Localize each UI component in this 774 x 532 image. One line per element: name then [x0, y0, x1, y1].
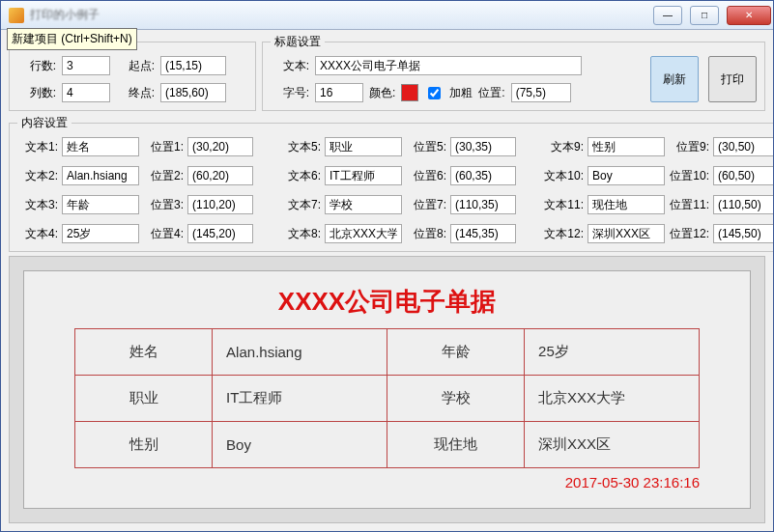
document-title: XXXX公司电子单据: [74, 285, 700, 319]
pos-input[interactable]: [450, 137, 516, 156]
pos-label: 位置11:: [669, 197, 709, 213]
document-table: 姓名Alan.hsiang年龄25岁职业IT工程师学校北京XXX大学性别Boy现…: [74, 328, 700, 468]
content-item: 文本4:位置4:: [17, 224, 253, 243]
color-swatch[interactable]: [401, 84, 418, 101]
text-label: 文本8:: [280, 226, 321, 242]
text-label: 文本2:: [17, 168, 58, 184]
table-value: 25岁: [525, 329, 700, 376]
content-item: 文本7:位置7:: [280, 195, 516, 214]
pos-label: 位置5:: [406, 139, 446, 155]
print-preview: XXXX公司电子单据 姓名Alan.hsiang年龄25岁职业IT工程师学校北京…: [9, 256, 765, 523]
end-input[interactable]: [160, 83, 226, 102]
table-key: 职业: [75, 376, 213, 422]
pos-input[interactable]: [187, 166, 253, 185]
title-pos-label: 位置:: [478, 85, 504, 101]
text-input[interactable]: [62, 166, 139, 185]
pos-label: 位置7:: [406, 197, 446, 213]
text-input[interactable]: [325, 137, 402, 156]
pos-input[interactable]: [450, 224, 516, 243]
title-text-input[interactable]: [315, 56, 582, 75]
text-label: 文本6:: [280, 168, 321, 184]
content-item: 文本9:位置9:: [543, 137, 773, 156]
title-settings-group: 标题设置 文本: 字号: 颜色: 加粗: [262, 34, 765, 111]
cols-input[interactable]: [62, 83, 110, 102]
table-key: 姓名: [75, 329, 213, 376]
text-label: 文本1:: [17, 139, 58, 155]
pos-input[interactable]: [187, 195, 253, 214]
text-input[interactable]: [588, 195, 665, 214]
pos-input[interactable]: [187, 137, 253, 156]
title-pos-input[interactable]: [511, 83, 571, 102]
end-label: 终点:: [116, 85, 155, 101]
pos-label: 位置4:: [143, 226, 184, 242]
table-key: 现住地: [387, 422, 524, 468]
text-label: 文本3:: [17, 197, 58, 213]
text-input[interactable]: [325, 195, 402, 214]
pos-input[interactable]: [187, 224, 253, 243]
text-label: 文本11:: [543, 197, 584, 213]
pos-input[interactable]: [450, 166, 516, 185]
content-item: 文本3:位置3:: [17, 195, 253, 214]
start-label: 起点:: [116, 58, 155, 74]
text-input[interactable]: [325, 166, 402, 185]
text-label: 文本10:: [543, 168, 584, 184]
pos-label: 位置9:: [669, 139, 709, 155]
content-item: 文本2:位置2:: [17, 166, 253, 185]
pos-input[interactable]: [713, 166, 773, 185]
pos-label: 位置8:: [406, 226, 446, 242]
text-input[interactable]: [62, 224, 139, 243]
pos-label: 位置10:: [669, 168, 709, 184]
table-key: 学校: [387, 376, 524, 422]
table-key: 年龄: [387, 329, 524, 376]
start-input[interactable]: [160, 56, 226, 75]
text-input[interactable]: [62, 195, 139, 214]
text-label: 文本5:: [280, 139, 321, 155]
pos-label: 位置2:: [143, 168, 184, 184]
app-icon: [9, 8, 24, 23]
cols-label: 列数:: [17, 85, 56, 101]
text-input[interactable]: [325, 224, 402, 243]
print-button[interactable]: 打印: [708, 56, 757, 102]
text-input[interactable]: [588, 166, 665, 185]
table-value: Boy: [213, 422, 387, 468]
content-item: 文本5:位置5:: [280, 137, 516, 156]
content-item: 文本6:位置6:: [280, 166, 516, 185]
pos-input[interactable]: [713, 137, 773, 156]
text-input[interactable]: [588, 224, 665, 243]
window-title: 打印的小例子: [30, 7, 100, 23]
text-input[interactable]: [588, 137, 665, 156]
title-text-label: 文本:: [271, 58, 309, 74]
pos-label: 位置12:: [669, 226, 709, 242]
titlebar: 打印的小例子 — □ ✕ 新建项目 (Ctrl+Shift+N): [1, 1, 773, 30]
rows-input[interactable]: [62, 56, 110, 75]
fontsize-label: 字号:: [271, 85, 309, 101]
content-settings-legend: 内容设置: [17, 115, 72, 131]
rows-label: 行数:: [17, 58, 56, 74]
pos-input[interactable]: [450, 195, 516, 214]
maximize-button[interactable]: □: [690, 6, 719, 25]
table-row: 职业IT工程师学校北京XXX大学: [75, 376, 700, 422]
tooltip: 新建项目 (Ctrl+Shift+N): [7, 28, 137, 50]
minimize-button[interactable]: —: [653, 6, 682, 25]
fontsize-input[interactable]: [315, 83, 363, 102]
content-item: 文本12:位置12:: [543, 224, 773, 243]
pos-label: 位置1:: [143, 139, 184, 155]
refresh-button[interactable]: 刷新: [650, 56, 699, 102]
text-label: 文本9:: [543, 139, 584, 155]
bold-label: 加粗: [449, 85, 473, 101]
pos-label: 位置6:: [406, 168, 446, 184]
bold-checkbox[interactable]: [428, 87, 441, 99]
content-item: 文本10:位置10:: [543, 166, 773, 185]
table-value: IT工程师: [213, 376, 387, 422]
document-timestamp: 2017-05-30 23:16:16: [74, 474, 700, 490]
pos-label: 位置3:: [143, 197, 184, 213]
content-settings-group: 内容设置 文本1:位置1:文本5:位置5:文本9:位置9:文本2:位置2:文本6…: [9, 115, 773, 252]
content-item: 文本1:位置1:: [17, 137, 253, 156]
text-label: 文本4:: [17, 226, 58, 242]
text-input[interactable]: [62, 137, 139, 156]
table-value: 深圳XXX区: [525, 422, 700, 468]
pos-input[interactable]: [713, 224, 773, 243]
pos-input[interactable]: [713, 195, 773, 214]
text-label: 文本12:: [543, 226, 584, 242]
close-button[interactable]: ✕: [727, 6, 771, 25]
